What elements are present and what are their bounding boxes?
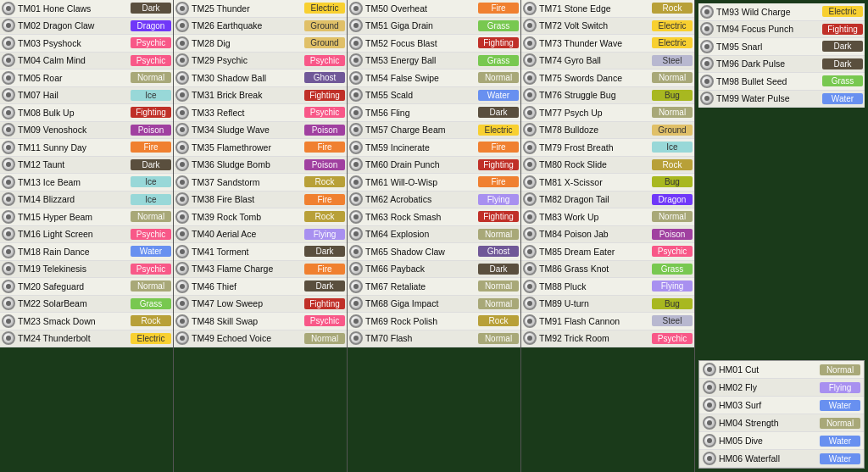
tm-row[interactable]: TM19 TelekinesisPsychic — [0, 261, 173, 279]
tm-row[interactable]: TM18 Rain DanceWater — [0, 243, 173, 261]
hm-row[interactable]: HM03 SurfWater — [699, 397, 864, 414]
tm-row[interactable]: TM29 PsychicPsychic — [174, 53, 347, 70]
tm-row[interactable]: TM33 ReflectPsychic — [174, 104, 347, 122]
tm-row[interactable]: TM96 Dark PulseDark — [698, 56, 865, 74]
tm-row[interactable]: TM95 SnarlDark — [698, 38, 865, 56]
tm-row[interactable]: TM46 ThiefDark — [174, 278, 347, 296]
tm-row[interactable]: TM43 Flame ChargeFire — [174, 261, 347, 279]
tm-row[interactable]: TM53 Energy BallGrass — [348, 53, 520, 70]
tm-row[interactable]: TM37 SandstormRock — [174, 174, 347, 192]
tm-row[interactable]: TM54 False SwipeNormal — [348, 69, 520, 87]
tm-row[interactable]: TM16 Light ScreenPsychic — [0, 226, 173, 244]
tm-row[interactable]: TM55 ScaldWater — [348, 87, 520, 105]
hm-row[interactable]: HM05 DiveWater — [699, 432, 864, 450]
tm-row[interactable]: TM78 BulldozeGround — [521, 122, 694, 140]
tm-row[interactable]: TM62 AcrobaticsFlying — [348, 192, 520, 209]
tm-row[interactable]: TM94 Focus PunchFighting — [698, 21, 865, 39]
tm-row[interactable]: TM68 Giga ImpactNormal — [348, 296, 520, 314]
tm-row[interactable]: TM59 IncinerateFire — [348, 139, 520, 157]
tm-row[interactable]: TM22 SolarBeamGrass — [0, 296, 173, 314]
tm-row[interactable]: TM64 ExplosionNormal — [348, 226, 520, 244]
tm-row[interactable]: TM05 RoarNormal — [0, 69, 173, 87]
tm-row[interactable]: TM72 Volt SwitchElectric — [521, 18, 694, 36]
tm-name: HM05 Dive — [719, 436, 820, 446]
tm-icon — [175, 262, 189, 275]
tm-row[interactable]: TM71 Stone EdgeRock — [521, 0, 694, 18]
tm-type-badge: Bug — [652, 298, 693, 309]
tm-row[interactable]: TM93 Wild ChargeElectric — [698, 3, 865, 21]
tm-row[interactable]: TM41 TormentDark — [174, 243, 347, 261]
tm-row[interactable]: TM63 Rock SmashFighting — [348, 208, 520, 226]
tm-row[interactable]: TM51 Giga DrainGrass — [348, 18, 520, 36]
tm-row[interactable]: TM40 Aerial AceFlying — [174, 226, 347, 244]
tm-row[interactable]: TM02 Dragon ClawDragon — [0, 18, 173, 36]
tm-row[interactable]: TM80 Rock SlideRock — [521, 157, 694, 175]
tm-row[interactable]: TM92 Trick RoomPsychic — [521, 330, 694, 348]
tm-row[interactable]: TM23 Smack DownRock — [0, 313, 173, 330]
tm-row[interactable]: TM12 TauntDark — [0, 157, 173, 175]
tm-name: HM04 Strength — [719, 418, 820, 428]
hm-row[interactable]: HM04 StrengthNormal — [699, 414, 864, 432]
tm-type-badge: Dark — [478, 264, 519, 275]
tm-row[interactable]: TM11 Sunny DayFire — [0, 139, 173, 157]
tm-row[interactable]: TM52 Focus BlastFighting — [348, 35, 520, 53]
tm-row[interactable]: TM47 Low SweepFighting — [174, 296, 347, 314]
tm-row[interactable]: TM25 ThunderElectric — [174, 0, 347, 18]
tm-row[interactable]: TM79 Frost BreathIce — [521, 139, 694, 157]
tm-row[interactable]: TM34 Sludge WavePoison — [174, 122, 347, 140]
tm-row[interactable]: TM77 Psych UpNormal — [521, 104, 694, 122]
tm-row[interactable]: TM48 Skill SwapPsychic — [174, 313, 347, 330]
tm-row[interactable]: TM50 OverheatFire — [348, 0, 520, 18]
tm-row[interactable]: TM61 Will-O-WispFire — [348, 174, 520, 192]
tm-row[interactable]: TM69 Rock PolishRock — [348, 313, 520, 330]
tm-row[interactable]: TM89 U-turnBug — [521, 296, 694, 314]
tm-row[interactable]: TM56 FlingDark — [348, 104, 520, 122]
tm-row[interactable]: TM88 PluckFlying — [521, 278, 694, 296]
tm-row[interactable]: TM75 Swords DanceNormal — [521, 69, 694, 87]
tm-row[interactable]: TM04 Calm MindPsychic — [0, 53, 173, 70]
tm-row[interactable]: TM28 DigGround — [174, 35, 347, 53]
tm-row[interactable]: TM81 X-ScissorBug — [521, 174, 694, 192]
tm-row[interactable]: TM66 PaybackDark — [348, 261, 520, 279]
tm-row[interactable]: TM38 Fire BlastFire — [174, 192, 347, 209]
tm-row[interactable]: TM60 Drain PunchFighting — [348, 157, 520, 175]
tm-row[interactable]: TM74 Gyro BallSteel — [521, 53, 694, 70]
tm-row[interactable]: TM20 SafeguardNormal — [0, 278, 173, 296]
tm-row[interactable]: TM24 ThunderboltElectric — [0, 330, 173, 348]
tm-row[interactable]: TM14 BlizzardIce — [0, 192, 173, 209]
tm-row[interactable]: TM49 Echoed VoiceNormal — [174, 330, 347, 348]
tm-row[interactable]: TM08 Bulk UpFighting — [0, 104, 173, 122]
hm-row[interactable]: HM06 WaterfallWater — [699, 450, 864, 468]
tm-row[interactable]: TM67 RetaliateNormal — [348, 278, 520, 296]
tm-row[interactable]: TM13 Ice BeamIce — [0, 174, 173, 192]
tm-row[interactable]: TM70 FlashNormal — [348, 330, 520, 348]
tm-type-badge: Fighting — [478, 211, 519, 222]
tm-row[interactable]: TM35 FlamethrowerFire — [174, 139, 347, 157]
tm-row[interactable]: TM82 Dragon TailDragon — [521, 192, 694, 209]
hm-row[interactable]: HM02 FlyFlying — [699, 379, 864, 397]
tm-row[interactable]: TM73 Thunder WaveElectric — [521, 35, 694, 53]
tm-row[interactable]: TM39 Rock TombRock — [174, 208, 347, 226]
tm-row[interactable]: TM01 Hone ClawsDark — [0, 0, 173, 18]
tm-row[interactable]: TM99 Water PulseWater — [698, 91, 865, 108]
tm-row[interactable]: TM57 Charge BeamElectric — [348, 122, 520, 140]
tm-row[interactable]: TM84 Poison JabPoison — [521, 226, 694, 244]
tm-icon — [349, 227, 363, 241]
tm-row[interactable]: TM65 Shadow ClawGhost — [348, 243, 520, 261]
tm-row[interactable]: TM98 Bullet SeedGrass — [698, 73, 865, 91]
tm-row[interactable]: TM30 Shadow BallGhost — [174, 69, 347, 87]
tm-row[interactable]: TM76 Struggle BugBug — [521, 87, 694, 105]
tm-row[interactable]: TM26 EarthquakeGround — [174, 18, 347, 36]
hm-row[interactable]: HM01 CutNormal — [699, 361, 864, 379]
tm-row[interactable]: TM83 Work UpNormal — [521, 208, 694, 226]
tm-row[interactable]: TM36 Sludge BombPoison — [174, 157, 347, 175]
tm-row[interactable]: TM07 HailIce — [0, 87, 173, 105]
tm-row[interactable]: TM91 Flash CannonSteel — [521, 313, 694, 330]
tm-type-badge: Normal — [820, 364, 860, 375]
tm-row[interactable]: TM03 PsyshockPsychic — [0, 35, 173, 53]
tm-row[interactable]: TM85 Dream EaterPsychic — [521, 243, 694, 261]
tm-row[interactable]: TM09 VenoshockPoison — [0, 122, 173, 140]
tm-row[interactable]: TM86 Grass KnotGrass — [521, 261, 694, 279]
tm-row[interactable]: TM31 Brick BreakFighting — [174, 87, 347, 105]
tm-row[interactable]: TM15 Hyper BeamNormal — [0, 208, 173, 226]
